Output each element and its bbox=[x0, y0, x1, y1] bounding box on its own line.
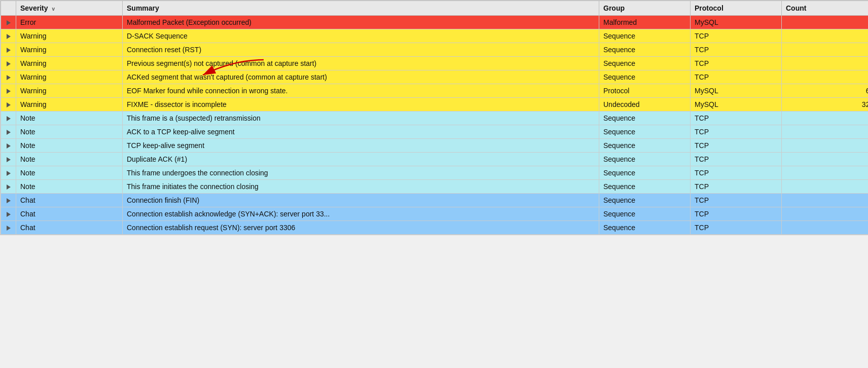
expand-cell[interactable] bbox=[1, 125, 16, 139]
table-row[interactable]: NoteThis frame initiates the connection … bbox=[1, 180, 869, 194]
count-cell: 52 bbox=[782, 194, 869, 207]
count-cell: 1 bbox=[782, 112, 869, 125]
group-cell: Sequence bbox=[599, 43, 691, 57]
expand-icon bbox=[7, 34, 11, 39]
expand-cell[interactable] bbox=[1, 112, 16, 125]
expand-icon bbox=[7, 61, 11, 66]
expand-icon bbox=[7, 75, 11, 80]
severity-column-header[interactable]: Severity v bbox=[16, 1, 123, 16]
expand-cell[interactable] bbox=[1, 84, 16, 98]
expand-cell[interactable] bbox=[1, 194, 16, 207]
protocol-cell: TCP bbox=[691, 57, 782, 70]
summary-cell: ACK to a TCP keep-alive segment bbox=[123, 125, 599, 139]
group-cell: Malformed bbox=[599, 16, 691, 29]
expand-cell[interactable] bbox=[1, 57, 16, 70]
table-row[interactable]: NoteTCP keep-alive segmentSequenceTCP12 bbox=[1, 139, 869, 153]
group-cell: Sequence bbox=[599, 153, 691, 166]
severity-cell: Note bbox=[16, 153, 123, 166]
table-row[interactable]: WarningD-SACK SequenceSequenceTCP1 bbox=[1, 29, 869, 43]
expand-icon bbox=[7, 212, 11, 217]
severity-cell: Warning bbox=[16, 70, 123, 84]
group-cell: Sequence bbox=[599, 194, 691, 207]
severity-cell: Warning bbox=[16, 43, 123, 57]
expand-cell[interactable] bbox=[1, 166, 16, 180]
summary-cell: Duplicate ACK (#1) bbox=[123, 153, 599, 166]
summary-cell: Connection finish (FIN) bbox=[123, 194, 599, 207]
expand-cell[interactable] bbox=[1, 139, 16, 153]
expand-icon bbox=[7, 20, 11, 25]
table-body: ErrorMalformed Packet (Exception occurre… bbox=[1, 16, 869, 235]
count-column-header: Count bbox=[782, 1, 869, 16]
main-container: Severity v Summary Group Protocol Count bbox=[0, 0, 868, 235]
count-cell: 1 bbox=[782, 29, 869, 43]
count-cell: 32 bbox=[782, 153, 869, 166]
count-cell: 4 bbox=[782, 16, 869, 29]
expand-cell[interactable] bbox=[1, 207, 16, 221]
expand-cell[interactable] bbox=[1, 98, 16, 112]
count-cell: 22 bbox=[782, 57, 869, 70]
protocol-cell: TCP bbox=[691, 153, 782, 166]
severity-cell: Warning bbox=[16, 29, 123, 43]
summary-cell: This frame initiates the connection clos… bbox=[123, 180, 599, 194]
group-cell: Sequence bbox=[599, 57, 691, 70]
count-cell: 31 bbox=[782, 207, 869, 221]
summary-cell: ACKed segment that wasn't captured (comm… bbox=[123, 70, 599, 84]
table-row[interactable]: WarningEOF Marker found while connection… bbox=[1, 84, 869, 98]
group-cell: Sequence bbox=[599, 70, 691, 84]
expand-icon bbox=[7, 171, 11, 176]
summary-cell: Previous segment(s) not captured (common… bbox=[123, 57, 599, 70]
table-header: Severity v Summary Group Protocol Count bbox=[1, 1, 869, 16]
summary-cell: D-SACK Sequence bbox=[123, 29, 599, 43]
severity-cell: Note bbox=[16, 125, 123, 139]
severity-cell: Note bbox=[16, 166, 123, 180]
expand-cell[interactable] bbox=[1, 221, 16, 235]
severity-cell: Note bbox=[16, 139, 123, 153]
table-row[interactable]: NoteDuplicate ACK (#1)SequenceTCP32 bbox=[1, 153, 869, 166]
summary-cell: This frame undergoes the connection clos… bbox=[123, 166, 599, 180]
severity-cell: Chat bbox=[16, 194, 123, 207]
expand-cell[interactable] bbox=[1, 70, 16, 84]
summary-header-label: Summary bbox=[127, 4, 159, 12]
protocol-cell: TCP bbox=[691, 207, 782, 221]
table-row[interactable]: NoteACK to a TCP keep-alive segmentSeque… bbox=[1, 125, 869, 139]
sort-indicator: v bbox=[52, 6, 55, 12]
expand-icon bbox=[7, 157, 11, 162]
expand-cell[interactable] bbox=[1, 29, 16, 43]
table-row[interactable]: WarningConnection reset (RST)SequenceTCP… bbox=[1, 43, 869, 57]
count-cell: 8 bbox=[782, 43, 869, 57]
table-row[interactable]: WarningACKed segment that wasn't capture… bbox=[1, 70, 869, 84]
expand-cell[interactable] bbox=[1, 153, 16, 166]
severity-cell: Note bbox=[16, 112, 123, 125]
expand-cell[interactable] bbox=[1, 180, 16, 194]
expand-icon bbox=[7, 102, 11, 107]
count-cell: 19 bbox=[782, 166, 869, 180]
protocol-cell: TCP bbox=[691, 29, 782, 43]
table-row[interactable]: NoteThis frame undergoes the connection … bbox=[1, 166, 869, 180]
expand-cell[interactable] bbox=[1, 16, 16, 29]
table-row[interactable]: NoteThis frame is a (suspected) retransm… bbox=[1, 112, 869, 125]
protocol-cell: TCP bbox=[691, 194, 782, 207]
protocol-cell: TCP bbox=[691, 70, 782, 84]
severity-cell: Error bbox=[16, 16, 123, 29]
expand-cell[interactable] bbox=[1, 43, 16, 57]
severity-cell: Warning bbox=[16, 84, 123, 98]
expand-col-header bbox=[1, 1, 16, 16]
table-row[interactable]: ChatConnection establish request (SYN): … bbox=[1, 221, 869, 235]
summary-cell: Malformed Packet (Exception occurred) bbox=[123, 16, 599, 29]
expand-icon bbox=[7, 116, 11, 121]
table-row[interactable]: WarningFIXME - dissector is incompleteUn… bbox=[1, 98, 869, 112]
group-cell: Sequence bbox=[599, 125, 691, 139]
table-row[interactable]: ErrorMalformed Packet (Exception occurre… bbox=[1, 16, 869, 29]
summary-cell: Connection establish acknowledge (SYN+AC… bbox=[123, 207, 599, 221]
table-row[interactable]: ChatConnection finish (FIN)SequenceTCP52 bbox=[1, 194, 869, 207]
count-cell: 31 bbox=[782, 221, 869, 235]
protocol-cell: TCP bbox=[691, 139, 782, 153]
severity-header-label: Severity bbox=[20, 4, 48, 12]
expand-icon bbox=[7, 48, 11, 53]
group-cell: Sequence bbox=[599, 112, 691, 125]
table-row[interactable]: ChatConnection establish acknowledge (SY… bbox=[1, 207, 869, 221]
group-cell: Undecoded bbox=[599, 98, 691, 112]
protocol-cell: TCP bbox=[691, 112, 782, 125]
table-row[interactable]: WarningPrevious segment(s) not captured … bbox=[1, 57, 869, 70]
protocol-cell: MySQL bbox=[691, 98, 782, 112]
